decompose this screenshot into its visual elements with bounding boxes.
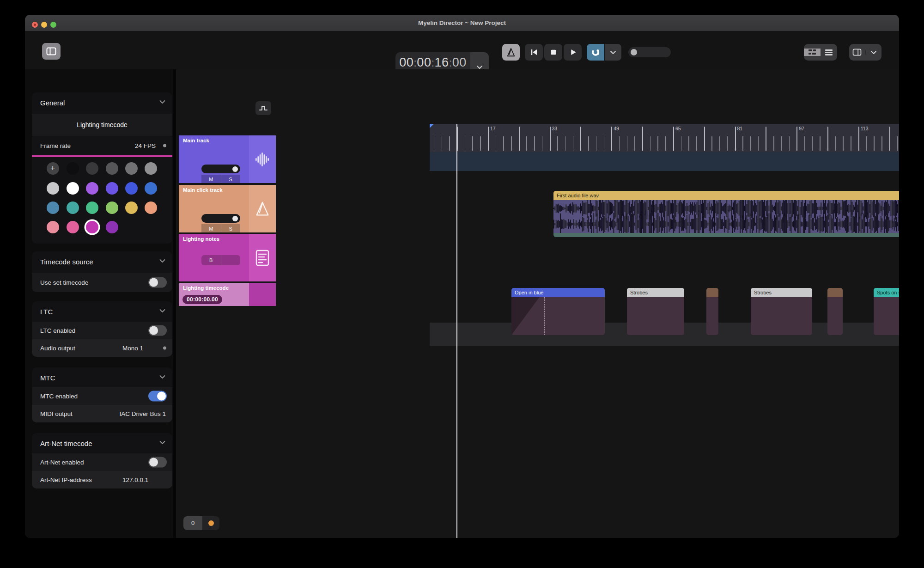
- track-header-main-click-track[interactable]: Main click track M S: [179, 185, 276, 232]
- toggle-sidebar-button[interactable]: [42, 43, 61, 60]
- color-swatch[interactable]: [47, 221, 59, 233]
- zoom-slider-knob[interactable]: [631, 49, 637, 55]
- artnet-ip-row[interactable]: Art-Net IP-address 127.0.0.1: [32, 471, 172, 489]
- snap-button[interactable]: [587, 44, 604, 61]
- color-swatch-grid: +: [32, 157, 172, 243]
- audio-clip-body: [553, 200, 899, 233]
- track-header-lighting-notes[interactable]: Lighting notes B: [179, 234, 276, 281]
- mtc-card: MTC MTC enabled MIDI output IAC Driver B…: [32, 367, 172, 422]
- track-header-lighting-timecode[interactable]: Lighting timecode 00:00:00.00: [179, 283, 276, 306]
- list-icon: [825, 49, 833, 56]
- marker-lane-button[interactable]: [255, 101, 271, 115]
- color-swatch[interactable]: [106, 162, 118, 175]
- snap-options-button[interactable]: [605, 44, 621, 61]
- audio-clip[interactable]: First audio file.wav: [553, 191, 899, 237]
- general-header[interactable]: General: [32, 92, 172, 114]
- color-swatch[interactable]: [86, 162, 98, 175]
- color-swatch[interactable]: [145, 162, 157, 175]
- use-set-timecode-row: Use set timecode: [32, 273, 172, 292]
- timecode-source-header[interactable]: Timecode source: [32, 251, 172, 273]
- color-swatch[interactable]: [67, 182, 79, 195]
- use-set-timecode-toggle[interactable]: [148, 277, 167, 288]
- inspector-options-button[interactable]: [865, 50, 882, 55]
- color-swatch[interactable]: [106, 202, 118, 214]
- play-button[interactable]: [564, 44, 582, 61]
- color-swatch[interactable]: [86, 202, 98, 214]
- color-swatch[interactable]: [106, 221, 118, 233]
- color-swatch[interactable]: [86, 182, 98, 195]
- play-icon: [569, 48, 577, 56]
- playhead[interactable]: [456, 124, 457, 538]
- record-indicator-button[interactable]: [202, 516, 219, 530]
- ltc-enabled-toggle[interactable]: [148, 325, 167, 336]
- note-clip-header: Open in blue: [511, 288, 605, 297]
- volume-slider[interactable]: [201, 214, 240, 223]
- color-swatch[interactable]: [145, 202, 157, 214]
- audio-output-row[interactable]: Audio output Mono 1: [32, 339, 172, 357]
- sidebar-panel-icon: [46, 47, 56, 55]
- frame-rate-value: 24 FPS: [135, 142, 156, 149]
- add-color-button[interactable]: +: [47, 162, 59, 175]
- fade-handle-line[interactable]: [544, 297, 545, 335]
- track-name: Main click track: [183, 187, 223, 193]
- toggle-knob: [157, 392, 166, 401]
- artnet-enabled-toggle[interactable]: [148, 457, 167, 468]
- color-swatch[interactable]: [106, 182, 118, 195]
- counter-value[interactable]: 0: [183, 516, 202, 530]
- audio-clip-footer: [553, 233, 899, 237]
- toggle-knob: [149, 458, 158, 467]
- mtc-enabled-toggle[interactable]: [148, 391, 167, 402]
- color-swatch[interactable]: [47, 182, 59, 195]
- midi-output-row[interactable]: MIDI output IAC Driver Bus 1: [32, 405, 172, 422]
- note-clip[interactable]: Spots on sin…: [874, 288, 899, 335]
- mtc-title: MTC: [40, 374, 55, 382]
- frame-rate-row[interactable]: Frame rate 24 FPS: [32, 136, 172, 155]
- artnet-header[interactable]: Art-Net timecode: [32, 433, 172, 453]
- note-clip-header: [706, 288, 718, 297]
- volume-slider[interactable]: [201, 165, 240, 173]
- volume-knob[interactable]: [232, 166, 238, 172]
- mtc-header[interactable]: MTC: [32, 367, 172, 387]
- stop-button[interactable]: [544, 44, 562, 61]
- color-swatch[interactable]: [145, 182, 157, 195]
- ltc-header[interactable]: LTC: [32, 301, 172, 322]
- color-swatch[interactable]: [125, 202, 138, 214]
- artnet-card: Art-Net timecode Art-Net enabled Art-Net…: [32, 433, 172, 489]
- color-swatch[interactable]: [47, 202, 59, 214]
- zoom-slider[interactable]: [628, 47, 671, 57]
- mtc-enabled-row: MTC enabled: [32, 387, 172, 405]
- general-title: General: [40, 99, 65, 107]
- skip-to-start-button[interactable]: [525, 44, 543, 61]
- solo-button[interactable]: S: [221, 224, 241, 232]
- metronome-button[interactable]: [502, 44, 520, 61]
- note-clip-unnamed[interactable]: [827, 288, 843, 335]
- color-swatch[interactable]: [67, 162, 79, 175]
- panel-right-icon: [852, 49, 862, 56]
- color-swatch[interactable]: [125, 162, 138, 175]
- color-swatch[interactable]: [67, 202, 79, 214]
- color-swatch[interactable]: [125, 182, 138, 195]
- track-header-main-track[interactable]: Main track M S: [179, 135, 276, 183]
- color-swatch[interactable]: [67, 221, 79, 233]
- track-name-field[interactable]: Lighting timecode: [32, 114, 172, 136]
- color-swatch[interactable]: [86, 221, 98, 233]
- timeline-view-button[interactable]: [804, 49, 821, 56]
- solo-button[interactable]: S: [221, 175, 241, 183]
- blank-button[interactable]: [221, 255, 241, 265]
- b-button[interactable]: B: [201, 255, 221, 265]
- note-clip-body: [511, 297, 605, 335]
- frame-rate-label: Frame rate: [40, 142, 71, 149]
- record-dot-icon: [208, 520, 214, 526]
- volume-knob[interactable]: [232, 216, 238, 221]
- note-clip-body: [874, 297, 899, 335]
- note-clip-header: [827, 288, 843, 297]
- stepper-dot-icon: [163, 144, 166, 147]
- list-view-button[interactable]: [821, 49, 837, 56]
- mute-button[interactable]: M: [201, 224, 221, 232]
- note-clip[interactable]: Strobes: [627, 288, 684, 335]
- toggle-inspector-button[interactable]: [849, 49, 865, 56]
- note-clip[interactable]: Strobes: [751, 288, 812, 335]
- mute-button[interactable]: M: [201, 175, 221, 183]
- note-clip-unnamed[interactable]: [706, 288, 718, 335]
- note-clip[interactable]: Open in blue: [511, 288, 605, 335]
